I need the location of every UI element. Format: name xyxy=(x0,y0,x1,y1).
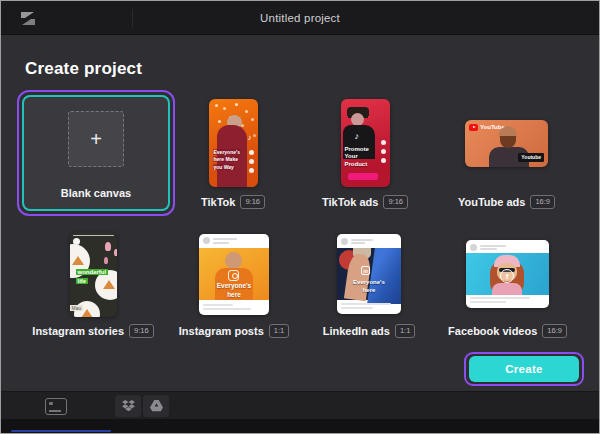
post-image: Everyone's here xyxy=(199,248,269,300)
aspect-ratio-badge: 16:9 xyxy=(530,195,555,209)
social-action-icons xyxy=(381,140,387,163)
social-action-icons xyxy=(249,150,255,173)
tiktok-thumbnail: ♪ Everyone's here Make you Way xyxy=(209,99,258,187)
google-drive-button[interactable] xyxy=(143,395,169,417)
music-note-icon: ♪ xyxy=(248,133,252,142)
thumb-caption: Everyone's here Make you Way xyxy=(213,149,241,172)
avatar xyxy=(203,237,210,244)
facebook-videos-thumbnail: f xyxy=(466,240,549,308)
timeline-strip xyxy=(1,419,599,434)
app-window: Untitled project Create project + Blank … xyxy=(0,0,600,434)
blank-canvas-highlight-ring: + Blank canvas xyxy=(17,90,175,216)
thumb-area: in Everyone's here xyxy=(337,229,401,319)
thumb-caption: Everyone's here xyxy=(337,278,401,295)
cta-button-shape xyxy=(348,173,378,180)
aspect-ratio-badge: 1:1 xyxy=(269,324,289,338)
card-label: Facebook videos xyxy=(448,325,537,337)
project-title[interactable]: Untitled project xyxy=(1,1,599,35)
create-button[interactable]: Create xyxy=(469,356,579,382)
post-header xyxy=(203,237,237,246)
card-tiktok[interactable]: ♪ Everyone's here Make you Way TikTok 9:… xyxy=(173,96,293,209)
create-button-highlight-ring: Create xyxy=(464,352,584,386)
google-drive-icon xyxy=(150,400,163,412)
media-panel-icon[interactable] xyxy=(45,398,67,415)
post-header xyxy=(341,237,373,246)
thumb-area: YouTube Youtube xyxy=(465,96,548,190)
aspect-ratio-badge: 9:16 xyxy=(383,195,408,209)
modal-heading: Create project xyxy=(25,59,142,79)
thumb-caption: wonderful life xyxy=(76,268,109,287)
card-label: LinkedIn ads xyxy=(323,325,390,337)
avatar xyxy=(470,244,477,251)
person-figure xyxy=(500,136,516,148)
story-progress-bar xyxy=(73,235,114,237)
tiktok-ads-thumbnail: ♪ Promote Your Product xyxy=(341,99,390,187)
tulip-decoration xyxy=(105,242,111,251)
thumb-area: ♪ Everyone's here Make you Way xyxy=(209,96,258,190)
thumb-caption: Everyone's here xyxy=(199,281,269,299)
avatar xyxy=(341,238,348,245)
post-header xyxy=(470,243,506,252)
instagram-stories-thumbnail: wonderful life Mau xyxy=(70,232,117,317)
music-note-icon: ♪ xyxy=(355,131,360,141)
card-youtube-ads[interactable]: YouTube Youtube YouTube ads 16:9 xyxy=(441,96,572,209)
youtube-play-icon xyxy=(469,124,478,131)
card-label: Instagram stories xyxy=(32,325,124,337)
linkedin-logo: in xyxy=(361,266,370,275)
thumb-area: wonderful life Mau xyxy=(70,229,117,319)
aspect-ratio-badge: 9:16 xyxy=(240,195,265,209)
dropbox-icon xyxy=(122,400,135,412)
plus-icon: + xyxy=(90,128,102,151)
bottom-panel-bar xyxy=(1,391,599,419)
aspect-ratio-badge: 1:1 xyxy=(395,324,415,338)
card-linkedin-ads[interactable]: in Everyone's here LinkedIn ads 1:1 xyxy=(309,229,429,338)
card-label: TikTok ads xyxy=(322,196,378,208)
post-footer xyxy=(470,295,545,305)
thumb-area: f xyxy=(466,229,549,319)
aspect-ratio-badge: 9:16 xyxy=(129,324,154,338)
confetti-decoration xyxy=(215,104,218,107)
post-footer xyxy=(203,302,265,312)
thumb-area: Everyone's here xyxy=(199,229,269,319)
aspect-ratio-badge: 16:9 xyxy=(542,324,567,338)
card-label: TikTok xyxy=(201,196,235,208)
facebook-logo: f xyxy=(500,269,514,283)
card-blank-canvas[interactable]: + Blank canvas xyxy=(22,95,170,211)
thumb-badge: Youtube xyxy=(518,153,544,162)
add-canvas-placeholder[interactable]: + xyxy=(68,111,124,167)
timeline-selection-line xyxy=(11,430,111,432)
card-label: Blank canvas xyxy=(24,187,168,199)
instagram-posts-thumbnail: Everyone's here xyxy=(199,234,269,315)
post-image: f xyxy=(466,253,549,295)
card-instagram-posts[interactable]: Everyone's here Instagram posts 1:1 xyxy=(174,229,294,338)
post-footer xyxy=(341,301,397,311)
post-image: in Everyone's here xyxy=(337,248,401,300)
thumb-caption: Promote Your Product xyxy=(345,146,369,169)
instagram-camera-icon xyxy=(228,270,239,281)
top-bar: Untitled project xyxy=(1,1,599,35)
thumb-area: ♪ Promote Your Product xyxy=(341,96,390,190)
card-label: YouTube ads xyxy=(458,196,525,208)
create-project-modal: Create project + Blank canvas ♪ Everyone… xyxy=(1,35,599,391)
dropbox-button[interactable] xyxy=(115,395,141,417)
card-tiktok-ads[interactable]: ♪ Promote Your Product TikTok ads 9:16 xyxy=(305,96,425,209)
card-label: Instagram posts xyxy=(179,325,264,337)
youtube-ads-thumbnail: YouTube Youtube xyxy=(465,120,548,167)
linkedin-ads-thumbnail: in Everyone's here xyxy=(337,234,401,314)
corner-text: Mau xyxy=(70,305,84,311)
card-instagram-stories[interactable]: wonderful life Mau Instagram stories 9:1… xyxy=(33,229,153,338)
card-facebook-videos[interactable]: f Facebook videos 16:9 xyxy=(445,229,570,338)
